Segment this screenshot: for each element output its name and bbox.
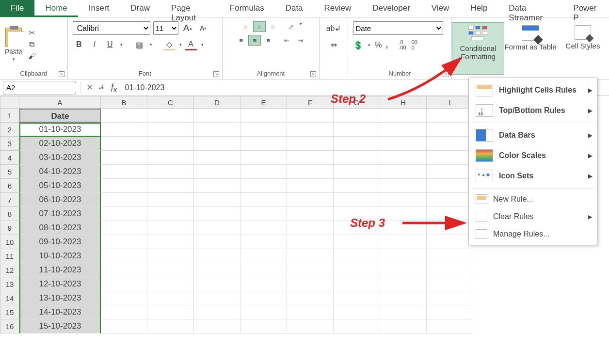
font-size-select[interactable]: 11	[153, 21, 178, 35]
align-left-icon[interactable]: ≡	[235, 35, 247, 46]
tab-data-streamer[interactable]: Data Streamer	[498, 0, 562, 17]
cell-G11[interactable]	[334, 249, 380, 263]
cell-E5[interactable]	[240, 165, 287, 179]
cell-F6[interactable]	[287, 179, 334, 193]
cell-E2[interactable]	[240, 123, 287, 137]
cell-F10[interactable]	[287, 235, 334, 249]
cut-icon[interactable]: ✂	[29, 28, 35, 37]
cell-H3[interactable]	[380, 137, 427, 151]
cell-H15[interactable]	[380, 305, 427, 319]
copy-icon[interactable]: ⧉	[29, 40, 34, 49]
cell-F9[interactable]	[287, 221, 334, 235]
cell-F11[interactable]	[287, 249, 334, 263]
cell-I14[interactable]	[427, 291, 473, 305]
select-all-corner[interactable]	[0, 96, 19, 109]
tab-insert[interactable]: Insert	[78, 0, 120, 17]
cell-B11[interactable]	[101, 249, 147, 263]
cell-C11[interactable]	[147, 249, 194, 263]
cell-H2[interactable]	[380, 123, 427, 137]
row-header-3[interactable]: 3	[0, 137, 19, 151]
cell-H6[interactable]	[380, 179, 427, 193]
cell-I6[interactable]	[427, 179, 473, 193]
cell-C7[interactable]	[147, 193, 194, 207]
column-header-C[interactable]: C	[147, 96, 194, 109]
tab-home[interactable]: Home	[34, 0, 78, 17]
cell-E6[interactable]	[240, 179, 287, 193]
merge-center-icon[interactable]: ⇔	[325, 39, 342, 50]
format-painter-icon[interactable]: 🖌	[28, 52, 36, 61]
alignment-dialog-launcher[interactable]: ↘	[310, 71, 316, 77]
cell-A15[interactable]: 14-10-2023	[19, 305, 101, 319]
cell-G5[interactable]	[334, 165, 380, 179]
cell-H12[interactable]	[380, 263, 427, 277]
cell-I2[interactable]	[427, 123, 473, 137]
cell-D10[interactable]	[194, 235, 240, 249]
cell-B4[interactable]	[101, 151, 147, 165]
cell-E3[interactable]	[240, 137, 287, 151]
cell-A16[interactable]: 15-10-2023	[19, 319, 101, 333]
cell-H5[interactable]	[380, 165, 427, 179]
cell-C6[interactable]	[147, 179, 194, 193]
cell-F8[interactable]	[287, 207, 334, 221]
cell-C1[interactable]	[147, 109, 194, 123]
orientation-icon[interactable]: ⤢	[285, 21, 298, 32]
cell-B14[interactable]	[101, 291, 147, 305]
cell-F3[interactable]	[287, 137, 334, 151]
row-header-15[interactable]: 15	[0, 305, 19, 319]
cell-F12[interactable]	[287, 263, 334, 277]
decrease-font-icon[interactable]: A▾	[197, 22, 209, 34]
cell-G13[interactable]	[334, 277, 380, 291]
cell-F16[interactable]	[287, 319, 334, 333]
cell-B1[interactable]	[101, 109, 147, 123]
cell-B5[interactable]	[101, 165, 147, 179]
cell-G7[interactable]	[334, 193, 380, 207]
cell-C5[interactable]	[147, 165, 194, 179]
menu-icon-sets[interactable]: Icon Sets▶	[469, 166, 597, 186]
cell-G15[interactable]	[334, 305, 380, 319]
cell-C3[interactable]	[147, 137, 194, 151]
cancel-formula-icon[interactable]: ✕	[84, 82, 96, 93]
cell-E9[interactable]	[240, 221, 287, 235]
row-header-6[interactable]: 6	[0, 179, 19, 193]
cell-G16[interactable]	[334, 319, 380, 333]
cell-D13[interactable]	[194, 277, 240, 291]
cell-B8[interactable]	[101, 207, 147, 221]
tab-review[interactable]: Review	[314, 0, 362, 17]
row-header-13[interactable]: 13	[0, 277, 19, 291]
cell-A4[interactable]: 03-10-2023	[19, 151, 101, 165]
menu-highlight-cells-rules[interactable]: Highlight Cells Rules▶	[469, 80, 597, 100]
font-name-select[interactable]: Calibri	[73, 21, 150, 35]
cell-I11[interactable]	[427, 249, 473, 263]
align-right-icon[interactable]: ≡	[262, 35, 274, 46]
decrease-indent-icon[interactable]: ⇤	[280, 35, 293, 46]
cell-A5[interactable]: 04-10-2023	[19, 165, 101, 179]
align-middle-icon[interactable]: ≡	[253, 21, 266, 32]
cell-A11[interactable]: 10-10-2023	[19, 249, 101, 263]
cell-A12[interactable]: 11-10-2023	[19, 263, 101, 277]
cell-A7[interactable]: 06-10-2023	[19, 193, 101, 207]
row-header-8[interactable]: 8	[0, 207, 19, 221]
cell-B15[interactable]	[101, 305, 147, 319]
cell-F7[interactable]	[287, 193, 334, 207]
cell-I7[interactable]	[427, 193, 473, 207]
row-header-11[interactable]: 11	[0, 249, 19, 263]
tab-data[interactable]: Data	[275, 0, 314, 17]
cell-H13[interactable]	[380, 277, 427, 291]
tab-draw[interactable]: Draw	[120, 0, 160, 17]
cell-D5[interactable]	[194, 165, 240, 179]
cell-B16[interactable]	[101, 319, 147, 333]
align-top-icon[interactable]: ≡	[240, 21, 252, 32]
cell-B10[interactable]	[101, 235, 147, 249]
cell-D7[interactable]	[194, 193, 240, 207]
cell-A13[interactable]: 12-10-2023	[19, 277, 101, 291]
number-format-select[interactable]: Date	[353, 21, 443, 35]
cell-D2[interactable]	[194, 123, 240, 137]
row-header-9[interactable]: 9	[0, 221, 19, 235]
cell-C2[interactable]	[147, 123, 194, 137]
cell-A14[interactable]: 13-10-2023	[19, 291, 101, 305]
cell-A6[interactable]: 05-10-2023	[19, 179, 101, 193]
cell-styles-button[interactable]: Cell Styles	[557, 22, 609, 75]
cell-E4[interactable]	[240, 151, 287, 165]
cell-H4[interactable]	[380, 151, 427, 165]
cell-G4[interactable]	[334, 151, 380, 165]
